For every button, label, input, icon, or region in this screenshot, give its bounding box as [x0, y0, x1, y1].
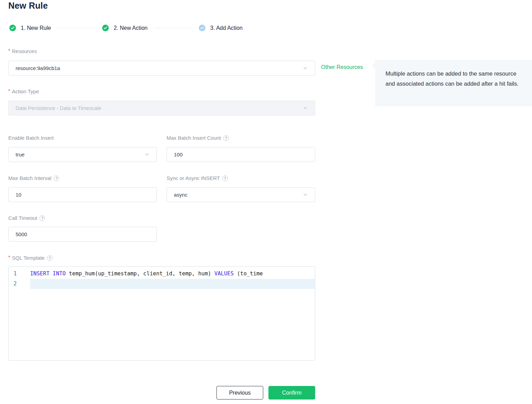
sql-code-line: [30, 279, 315, 289]
step-label: 3. Add Action: [210, 25, 242, 31]
step-divider: [154, 28, 193, 28]
resources-select[interactable]: resource:9a99cb1a: [8, 61, 315, 76]
sql-template-editor[interactable]: 1 INSERT INTO temp_hum(up_timestamp, cli…: [8, 266, 315, 361]
chevron-down-icon: [303, 192, 308, 197]
sync-or-async-insert-label: Sync or Async INSERT ?: [167, 175, 228, 181]
chevron-down-icon: [144, 152, 150, 157]
call-timeout-label: Call Timeout ?: [8, 215, 45, 221]
help-icon[interactable]: ?: [39, 215, 45, 221]
step-label: 2. New Action: [114, 25, 148, 31]
new-rule-page: New Rule 1. New Rule 2. New Action 3. Ad…: [0, 0, 532, 404]
stepper: 1. New Rule 2. New Action 3. Add Action: [9, 25, 242, 31]
help-icon[interactable]: ?: [54, 175, 59, 181]
help-icon[interactable]: ?: [47, 255, 53, 261]
resources-select-value: resource:9a99cb1a: [16, 65, 300, 71]
max-batch-insert-count-label: Max Batch Insert Count ?: [167, 135, 229, 141]
sql-code-line: INSERT INTO temp_hum(up_timestamp, clien…: [30, 269, 315, 279]
help-icon[interactable]: ?: [223, 135, 229, 141]
required-marker: *: [8, 255, 10, 260]
max-batch-insert-count-input[interactable]: [167, 147, 315, 162]
line-number: 2: [9, 279, 30, 289]
action-type-label: * Action Type: [8, 88, 39, 94]
chevron-down-icon: [303, 66, 308, 71]
required-marker: *: [8, 48, 10, 53]
enable-batch-insert-value: true: [16, 152, 142, 157]
enable-batch-insert-label: Enable Batch Insert: [8, 135, 54, 141]
sync-or-async-insert-value: async: [174, 192, 300, 198]
check-circle-icon: [9, 25, 16, 31]
editor-line-active: 2: [9, 279, 315, 289]
resources-tooltip: Multiple actions can be added to the sam…: [375, 60, 532, 106]
sql-template-label: * SQL Template ?: [8, 255, 53, 261]
enable-batch-insert-select[interactable]: true: [8, 147, 157, 162]
editor-line: 1 INSERT INTO temp_hum(up_timestamp, cli…: [9, 269, 315, 279]
resources-label: * Resources: [8, 48, 37, 54]
step-add-action: 3. Add Action: [199, 25, 242, 31]
step-new-rule: 1. New Rule: [9, 25, 51, 31]
previous-button[interactable]: Previous: [216, 386, 263, 399]
max-batch-interval-label: Max Batch Interval ?: [8, 175, 59, 181]
chevron-down-icon: [303, 105, 308, 111]
action-type-select: Data Persistence - Data to Timescale: [8, 101, 315, 115]
line-number: 1: [9, 269, 30, 279]
step-label: 1. New Rule: [21, 25, 51, 31]
check-circle-icon: [102, 25, 109, 31]
max-batch-interval-input[interactable]: [8, 187, 157, 202]
call-timeout-input[interactable]: [8, 227, 157, 242]
page-title: New Rule: [8, 1, 48, 11]
sync-or-async-insert-select[interactable]: async: [167, 187, 315, 202]
help-icon[interactable]: ?: [222, 175, 228, 181]
action-type-select-value: Data Persistence - Data to Timescale: [16, 105, 300, 111]
step-new-action: 2. New Action: [102, 25, 148, 31]
step-divider: [57, 28, 96, 28]
check-circle-icon: [199, 25, 205, 31]
other-resources-link[interactable]: Other Resources: [321, 64, 363, 70]
confirm-button[interactable]: Confirm: [268, 386, 315, 399]
required-marker: *: [8, 88, 10, 94]
